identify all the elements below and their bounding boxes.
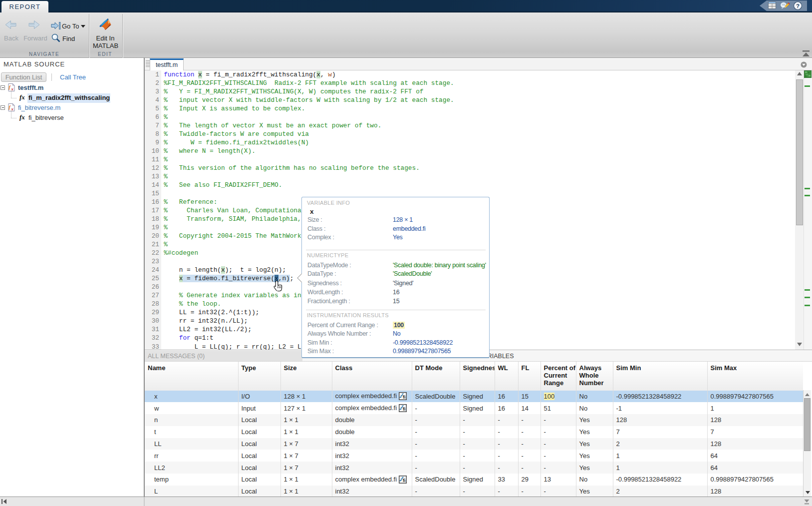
svg-text:x: x xyxy=(11,86,14,91)
svg-text:?: ? xyxy=(796,3,800,9)
svg-text:x: x xyxy=(11,106,14,111)
